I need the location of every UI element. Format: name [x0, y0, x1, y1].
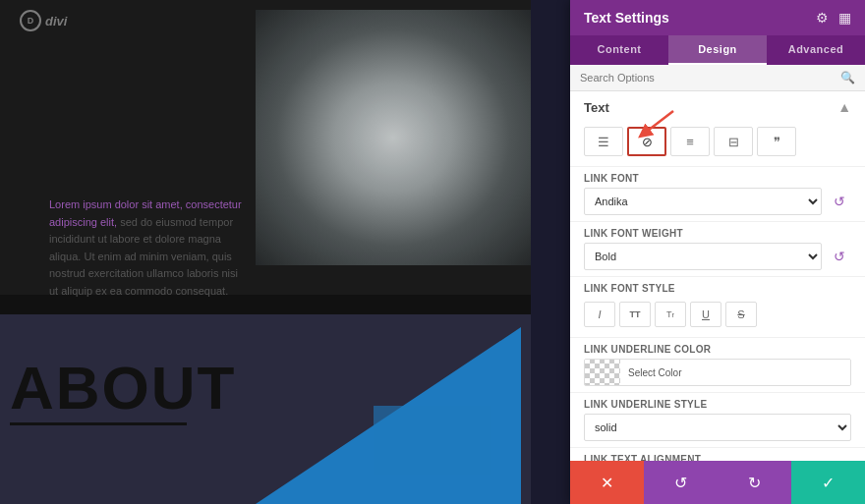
italic-btn[interactable]: I [584, 302, 615, 327]
link-font-weight-row: Bold ↺ [584, 243, 851, 270]
link-font-reset-btn[interactable]: ↺ [828, 190, 851, 213]
tab-design[interactable]: Design [668, 35, 767, 65]
settings-panel: Text Settings ⚙ ▦ Content Design Advance… [570, 0, 865, 504]
select-color-btn[interactable]: Select Color [620, 359, 850, 386]
reset-button[interactable]: ↺ [644, 461, 718, 504]
uppercase-btn[interactable]: TT [619, 302, 651, 327]
background-image [256, 10, 531, 265]
link-underline-style-label: Link Underline Style [584, 399, 851, 410]
color-checker-icon[interactable] [585, 359, 620, 386]
search-input[interactable] [580, 72, 835, 84]
blue-rect [374, 406, 491, 475]
link-font-group: Link Font Andika ↺ [570, 166, 865, 221]
section-toggle-icon: ▲ [837, 99, 851, 115]
canvas-area: D divi Lorem ipsum dolor sit amet, conse… [0, 0, 531, 504]
divi-logo: D divi [20, 10, 67, 31]
tab-content[interactable]: Content [570, 35, 668, 65]
align-slash-btn[interactable]: ⊘ [627, 127, 666, 156]
link-font-style-label: Link Font Style [584, 283, 851, 294]
link-font-select[interactable]: Andika [584, 188, 822, 215]
link-font-weight-reset-btn[interactable]: ↺ [828, 245, 851, 268]
settings-icon[interactable]: ⚙ [816, 10, 829, 26]
link-underline-color-label: Link Underline Color [584, 344, 851, 355]
link-text-alignment-group: Link Text Alignment [570, 447, 865, 461]
save-button[interactable]: ✓ [791, 461, 865, 504]
panel-tabs: Content Design Advanced [570, 35, 865, 65]
panel-title: Text Settings [584, 10, 669, 26]
link-font-weight-group: Link Font Weight Bold ↺ [570, 221, 865, 276]
align-left-btn[interactable]: ☰ [584, 127, 623, 156]
color-field: Select Color [584, 359, 851, 386]
link-font-label: Link Font [584, 173, 851, 184]
search-bar: 🔍 [570, 65, 865, 91]
link-font-row: Andika ↺ [584, 188, 851, 215]
about-underline [10, 422, 187, 425]
link-underline-style-select[interactable]: solid dashed dotted [584, 414, 851, 441]
panel-header-icons: ⚙ ▦ [816, 10, 851, 26]
link-underline-style-group: Link Underline Style solid dashed dotted [570, 392, 865, 447]
text-section-header[interactable]: Text ▲ [570, 91, 865, 123]
align-quote-btn[interactable]: ❞ [757, 127, 796, 156]
panel-header: Text Settings ⚙ ▦ [570, 0, 865, 35]
section-title: Text [584, 100, 609, 115]
panel-body: Text ▲ ☰ ⊘ ≡ ⊟ ❞ Link Font Andika ↺ Link… [570, 91, 865, 461]
link-font-weight-select[interactable]: Bold [584, 243, 822, 270]
underline-btn[interactable]: U [690, 302, 721, 327]
divi-circle-icon: D [20, 10, 41, 31]
alignment-buttons: ☰ ⊘ ≡ ⊟ ❞ [570, 123, 865, 166]
strikethrough-btn[interactable]: S [725, 302, 757, 327]
search-icon: 🔍 [840, 71, 855, 84]
align-justify-btn[interactable]: ⊟ [714, 127, 753, 156]
align-right-btn[interactable]: ≡ [670, 127, 710, 156]
link-text-alignment-label: Link Text Alignment [584, 454, 851, 461]
layout-icon[interactable]: ▦ [838, 10, 851, 26]
link-font-style-group: Link Font Style I TT Tr U S [570, 276, 865, 337]
redo-button[interactable]: ↻ [718, 461, 791, 504]
capitalize-btn[interactable]: Tr [655, 302, 686, 327]
divi-name: divi [45, 14, 67, 28]
cancel-button[interactable]: ✕ [570, 461, 644, 504]
link-underline-color-group: Link Underline Color Select Color [570, 337, 865, 392]
lorem-text: Lorem ipsum dolor sit amet, consectetur … [49, 196, 246, 301]
font-style-buttons: I TT Tr U S [584, 298, 851, 331]
link-font-weight-label: Link Font Weight [584, 228, 851, 239]
tab-advanced[interactable]: Advanced [767, 35, 865, 65]
blue-shapes [256, 327, 521, 504]
action-bar: ✕ ↺ ↻ ✓ [570, 461, 865, 504]
